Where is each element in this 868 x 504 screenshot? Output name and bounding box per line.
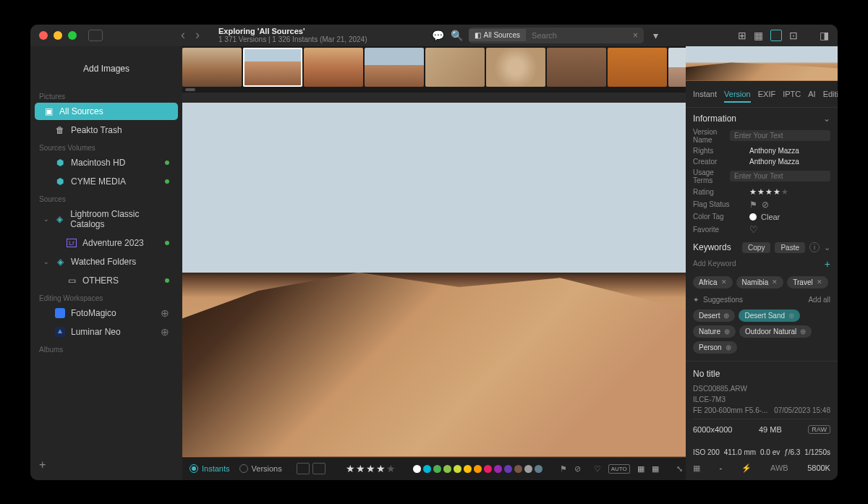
chevron-down-icon[interactable]: ⌄ [43, 215, 49, 223]
paste-button[interactable]: Paste [775, 242, 805, 253]
histogram-icon[interactable]: ▦ [693, 464, 700, 473]
qr-icon[interactable]: ⊞ [738, 30, 746, 41]
minimize-icon[interactable] [54, 31, 62, 40]
add-tag-icon[interactable]: ⊕ [800, 328, 806, 336]
suggestion-tag[interactable]: Desert⊕ [693, 309, 735, 322]
color-dot[interactable] [535, 465, 542, 473]
suggestion-tag[interactable]: Nature⊕ [693, 325, 736, 338]
keyword-tag[interactable]: Africa✕ [693, 276, 733, 289]
add-tag-icon[interactable]: ⊕ [724, 328, 730, 336]
thumbnail[interactable] [608, 48, 667, 87]
sidebar-item-trash[interactable]: 🗑 Peakto Trash [35, 121, 178, 139]
maximize-icon[interactable] [68, 31, 77, 40]
star-icon[interactable]: ★ [386, 463, 396, 474]
forward-icon[interactable]: › [195, 27, 200, 43]
chevron-down-icon[interactable]: ⌄ [823, 114, 830, 124]
search-input[interactable] [526, 31, 627, 40]
chevron-down-icon[interactable]: ⌄ [824, 243, 830, 252]
tab-version[interactable]: Version [724, 90, 751, 103]
tab-edition[interactable]: Edition [823, 90, 838, 103]
remove-tag-icon[interactable]: ✕ [817, 278, 822, 286]
radio-on-icon[interactable] [190, 464, 198, 473]
star-icon[interactable]: ★ [356, 463, 365, 474]
sidebar-item-cyme-media[interactable]: ⬢ CYME MEDIA [35, 173, 178, 190]
add-tag-icon[interactable]: ⊕ [726, 343, 731, 351]
radio-off-icon[interactable] [239, 464, 248, 473]
add-images-button[interactable]: Add Images [38, 56, 175, 81]
color-dot[interactable] [423, 465, 431, 473]
sidebar-toggle-icon[interactable] [88, 30, 103, 41]
color-dot[interactable] [474, 465, 482, 473]
thumbnail-selected[interactable] [243, 48, 302, 87]
back-icon[interactable]: ‹ [181, 27, 185, 43]
filter-icon[interactable]: ▾ [648, 30, 663, 41]
sidebar-item-adventure[interactable]: Lr Adventure 2023 [35, 234, 178, 252]
folder-icon[interactable] [312, 463, 326, 474]
tab-iptc[interactable]: IPTC [783, 90, 801, 103]
add-all-button[interactable]: Add all [808, 296, 830, 304]
thumbnail[interactable] [425, 48, 485, 87]
tab-exif[interactable]: EXIF [758, 90, 775, 103]
sidebar-item-luminar[interactable]: ▲ Luminar Neo ⊕ [35, 323, 178, 341]
flag-icon[interactable]: ⚑ [749, 200, 757, 210]
suggestion-tag[interactable]: Outdoor Natural⊕ [739, 325, 812, 338]
usage-input[interactable] [730, 171, 830, 181]
remove-tag-icon[interactable]: ✕ [772, 278, 778, 286]
star-icon[interactable]: ★ [346, 463, 355, 474]
inspector-toggle-icon[interactable]: ◨ [820, 30, 829, 41]
add-keyword-icon[interactable]: + [825, 258, 830, 270]
add-icon[interactable]: + [39, 458, 46, 471]
sidebar-item-lightroom[interactable]: ⌄ ◈ Lightroom Classic Catalogs [35, 205, 178, 233]
sidebar-item-watched[interactable]: ⌄ ◈ Watched Folders [35, 253, 178, 270]
add-tag-icon[interactable]: ⊕ [788, 312, 794, 320]
versions-toggle[interactable]: Versions [252, 464, 282, 473]
keyword-tag[interactable]: Travel✕ [787, 276, 827, 289]
sidebar-item-all-sources[interactable]: ▣ All Sources [35, 103, 178, 120]
thumbnail-strip[interactable] [182, 46, 686, 88]
close-icon[interactable] [39, 31, 48, 40]
add-icon[interactable]: ⊕ [161, 307, 169, 319]
single-view-icon[interactable] [770, 30, 782, 41]
chat-icon[interactable]: 💬 [431, 30, 446, 41]
search-scope-tag[interactable]: ◧All Sources [469, 29, 527, 41]
suggestion-tag[interactable]: Desert Sand⊕ [739, 309, 800, 322]
color-dot[interactable] [514, 465, 522, 473]
thumbnail[interactable] [182, 48, 242, 87]
thumbnail[interactable] [365, 48, 424, 87]
color-dot[interactable] [464, 465, 472, 473]
sidebar-item-others[interactable]: ▭ OTHERS [35, 272, 178, 289]
remove-tag-icon[interactable]: ✕ [721, 278, 727, 286]
thumbnail[interactable] [486, 48, 545, 87]
search-icon[interactable]: 🔍 [450, 30, 464, 41]
info-icon[interactable]: i [809, 242, 820, 252]
map-icon[interactable]: ⊡ [789, 30, 798, 41]
heart-icon[interactable]: ♡ [594, 464, 601, 474]
filmstrip2-icon[interactable]: ▦ [652, 464, 659, 474]
color-dot[interactable] [484, 465, 492, 473]
color-swatch[interactable]: Clear [749, 213, 780, 221]
instants-toggle[interactable]: Instants [202, 464, 230, 473]
version-name-input[interactable] [730, 130, 830, 141]
color-dot[interactable] [504, 465, 512, 473]
flag-icon[interactable]: ⚑ [560, 464, 567, 474]
heart-icon[interactable]: ♡ [749, 224, 758, 235]
add-icon[interactable]: ⊕ [161, 326, 169, 338]
flag-icons[interactable]: ⚑⊘ [749, 200, 769, 210]
chevron-down-icon[interactable]: ⌄ [43, 258, 49, 265]
doc-icon[interactable] [297, 463, 310, 474]
star-icon[interactable]: ★ [366, 463, 375, 474]
image-viewer[interactable] [182, 103, 686, 457]
sidebar-item-macintosh-hd[interactable]: ⬢ Macintosh HD [35, 154, 178, 171]
clear-search-icon[interactable]: × [627, 30, 644, 40]
keyword-input[interactable] [693, 260, 825, 268]
thumbnail[interactable] [547, 48, 606, 87]
rating-stars[interactable]: ★★★★★ [346, 463, 396, 474]
thumbnail[interactable] [304, 48, 363, 87]
color-dot[interactable] [443, 465, 451, 473]
color-dot[interactable] [494, 465, 502, 473]
keyword-tag[interactable]: Namibia✕ [736, 276, 784, 289]
color-dot[interactable] [433, 465, 441, 473]
expand-icon[interactable]: ⤡ [676, 464, 683, 474]
color-dot[interactable] [454, 465, 461, 473]
reject-icon[interactable]: ⊘ [762, 200, 769, 210]
